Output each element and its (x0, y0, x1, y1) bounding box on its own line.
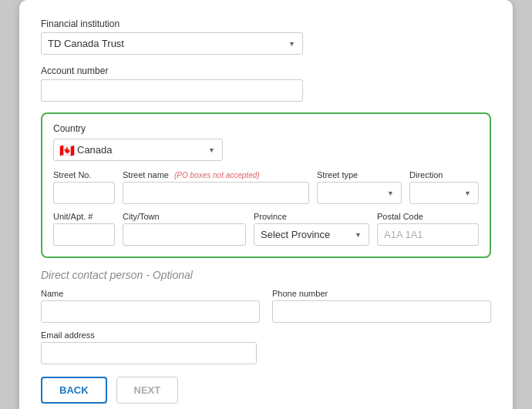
country-label: Country (53, 123, 479, 134)
province-select-wrapper: Select Province AB BC MB NB NL NS NT NU … (254, 223, 369, 246)
street-no-input[interactable] (53, 182, 115, 204)
street-type-col: Street type Avenue Boulevard Court Drive… (317, 170, 402, 204)
street-no-label: Street No. (53, 170, 115, 179)
street-type-label: Street type (317, 170, 402, 179)
province-label: Province (254, 212, 369, 221)
email-group: Email address (41, 330, 491, 364)
account-number-group: Account number (41, 65, 491, 102)
postal-code-col: Postal Code (377, 212, 479, 246)
city-town-label: City/Town (123, 212, 246, 221)
name-input[interactable] (41, 300, 260, 323)
country-row: 🇨🇦 Canada United States (53, 139, 479, 161)
direct-contact-optional: - Optional (146, 269, 193, 281)
city-town-input[interactable] (123, 223, 246, 246)
country-select[interactable]: Canada United States (53, 139, 223, 161)
address-row-2: Unit/Apt. # City/Town Province Select Pr… (53, 212, 479, 246)
account-number-input[interactable] (41, 79, 303, 102)
financial-institution-select[interactable]: TD Canada Trust RBC Royal Bank BMO Bank … (41, 32, 303, 55)
direct-contact-group: Direct contact person - Optional Name Ph… (41, 269, 491, 364)
form-card: Financial institution TD Canada Trust RB… (19, 0, 513, 409)
province-col: Province Select Province AB BC MB NB NL … (254, 212, 369, 246)
phone-label: Phone number (272, 289, 491, 298)
street-name-col: Street name (PO boxes not accepted) (123, 170, 309, 204)
postal-code-label: Postal Code (377, 212, 479, 221)
unit-apt-label: Unit/Apt. # (53, 212, 115, 221)
contact-name-phone-row: Name Phone number (41, 289, 491, 323)
financial-institution-group: Financial institution TD Canada Trust RB… (41, 18, 491, 55)
email-input[interactable] (41, 342, 257, 364)
unit-apt-col: Unit/Apt. # (53, 212, 115, 246)
street-no-col: Street No. (53, 170, 115, 204)
street-name-input[interactable] (123, 182, 309, 204)
direction-col: Direction E N NE NW S SE SW W (409, 170, 479, 204)
button-row: BACK NEXT (41, 377, 491, 404)
street-name-note: (PO boxes not accepted) (174, 171, 260, 179)
direct-contact-title: Direct contact person - Optional (41, 269, 491, 281)
address-row-1: Street No. Street name (PO boxes not acc… (53, 170, 479, 204)
financial-institution-select-wrapper: TD Canada Trust RBC Royal Bank BMO Bank … (41, 32, 303, 55)
direction-select[interactable]: E N NE NW S SE SW W (409, 182, 479, 204)
country-section: Country 🇨🇦 Canada United States Street N… (41, 112, 491, 258)
unit-apt-input[interactable] (53, 223, 115, 246)
account-number-label: Account number (41, 65, 491, 76)
street-type-select-wrapper: Avenue Boulevard Court Drive Lane Place … (317, 182, 402, 204)
province-select[interactable]: Select Province AB BC MB NB NL NS NT NU … (254, 223, 369, 246)
direction-label: Direction (409, 170, 479, 179)
phone-col: Phone number (272, 289, 491, 323)
phone-input[interactable] (272, 300, 491, 323)
name-label: Name (41, 289, 260, 298)
back-button[interactable]: BACK (41, 377, 107, 404)
country-select-wrapper: 🇨🇦 Canada United States (53, 139, 223, 161)
street-name-label: Street name (PO boxes not accepted) (123, 170, 309, 179)
direction-select-wrapper: E N NE NW S SE SW W (409, 182, 479, 204)
next-button[interactable]: NEXT (116, 377, 179, 404)
email-label: Email address (41, 330, 491, 340)
city-town-col: City/Town (123, 212, 246, 246)
street-type-select[interactable]: Avenue Boulevard Court Drive Lane Place … (317, 182, 402, 204)
postal-code-input[interactable] (377, 223, 479, 246)
name-col: Name (41, 289, 260, 323)
financial-institution-label: Financial institution (41, 18, 491, 29)
